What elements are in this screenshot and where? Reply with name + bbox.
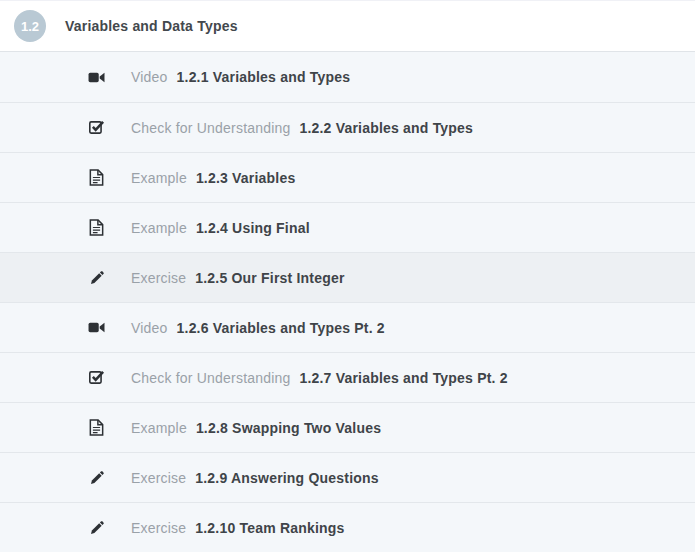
lesson-row[interactable]: Exercise 1.2.10 Team Rankings — [0, 502, 695, 552]
lesson-type-label: Check for Understanding — [131, 370, 290, 386]
lesson-type-label: Video — [131, 320, 168, 336]
lesson-row[interactable]: Check for Understanding 1.2.2 Variables … — [0, 102, 695, 152]
lesson-title: 1.2.4 Using Final — [196, 220, 310, 236]
lesson-title: 1.2.3 Variables — [196, 170, 296, 186]
lesson-row[interactable]: Example 1.2.4 Using Final — [0, 202, 695, 252]
pencil-icon — [88, 469, 105, 486]
lesson-type-label: Check for Understanding — [131, 120, 290, 136]
lesson-title: 1.2.9 Answering Questions — [195, 470, 378, 486]
lesson-title: 1.2.2 Variables and Types — [299, 120, 473, 136]
lesson-title: 1.2.1 Variables and Types — [177, 69, 351, 85]
lesson-title: 1.2.10 Team Rankings — [195, 520, 344, 536]
section-number-badge: 1.2 — [14, 10, 46, 42]
lesson-row[interactable]: Exercise 1.2.5 Our First Integer — [0, 252, 695, 302]
document-icon — [88, 419, 105, 436]
check-icon — [88, 369, 105, 386]
lesson-row[interactable]: Check for Understanding 1.2.7 Variables … — [0, 352, 695, 402]
lesson-row[interactable]: Example 1.2.3 Variables — [0, 152, 695, 202]
lesson-row[interactable]: Video 1.2.1 Variables and Types — [0, 52, 695, 102]
lesson-title: 1.2.7 Variables and Types Pt. 2 — [299, 370, 507, 386]
curriculum-panel: 1.2 Variables and Data Types Video 1.2.1… — [0, 0, 695, 552]
check-icon — [88, 119, 105, 136]
pencil-icon — [88, 269, 105, 286]
lesson-type-label: Video — [131, 69, 168, 85]
lesson-type-label: Exercise — [131, 520, 186, 536]
lesson-type-label: Exercise — [131, 270, 186, 286]
lesson-row[interactable]: Exercise 1.2.9 Answering Questions — [0, 452, 695, 502]
lesson-type-label: Example — [131, 220, 187, 236]
lesson-row[interactable]: Video 1.2.6 Variables and Types Pt. 2 — [0, 302, 695, 352]
lesson-type-label: Exercise — [131, 470, 186, 486]
video-icon — [88, 319, 105, 336]
section-header: 1.2 Variables and Data Types — [0, 1, 695, 52]
section-title: Variables and Data Types — [65, 18, 238, 34]
lesson-title: 1.2.8 Swapping Two Values — [196, 420, 381, 436]
video-icon — [88, 69, 105, 86]
lesson-list: Video 1.2.1 Variables and Types Check fo… — [0, 52, 695, 552]
lesson-type-label: Example — [131, 170, 187, 186]
pencil-icon — [88, 519, 105, 536]
lesson-title: 1.2.6 Variables and Types Pt. 2 — [177, 320, 385, 336]
document-icon — [88, 169, 105, 186]
lesson-title: 1.2.5 Our First Integer — [195, 270, 344, 286]
lesson-type-label: Example — [131, 420, 187, 436]
document-icon — [88, 219, 105, 236]
lesson-row[interactable]: Example 1.2.8 Swapping Two Values — [0, 402, 695, 452]
